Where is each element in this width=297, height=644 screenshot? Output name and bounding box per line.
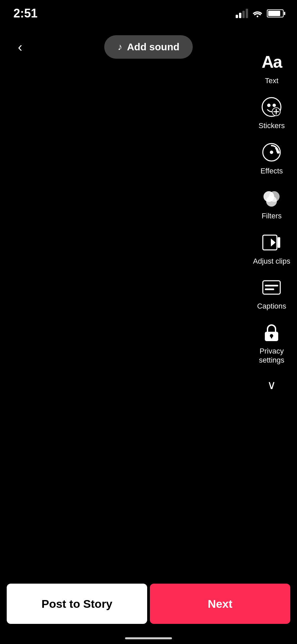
- more-tools-button[interactable]: ∨: [267, 375, 276, 392]
- header: ‹ ♪ Add sound: [0, 27, 297, 67]
- captions-tool-label: Captions: [257, 302, 286, 311]
- privacy-settings-icon: [260, 321, 283, 344]
- signal-icon: [236, 9, 248, 18]
- right-sidebar: Aa Text Stickers: [253, 50, 290, 392]
- battery-icon: [267, 9, 284, 17]
- home-indicator: [125, 637, 172, 639]
- svg-rect-16: [263, 281, 280, 294]
- next-button[interactable]: Next: [150, 584, 290, 624]
- svg-point-3: [273, 104, 276, 107]
- chevron-down-icon: ∨: [267, 378, 276, 392]
- filters-icon: [260, 185, 283, 209]
- effects-tool[interactable]: Effects: [260, 141, 283, 175]
- status-icons: [236, 9, 284, 18]
- add-sound-label: Add sound: [127, 41, 180, 53]
- adjust-clips-tool[interactable]: Adjust clips: [253, 231, 290, 266]
- music-note-icon: ♪: [118, 42, 122, 52]
- filters-tool[interactable]: Filters: [260, 185, 283, 220]
- privacy-settings-tool-label: Privacysettings: [259, 347, 284, 365]
- svg-point-2: [267, 104, 271, 107]
- adjust-clips-tool-label: Adjust clips: [253, 257, 290, 266]
- text-tool-label: Text: [265, 76, 278, 85]
- bottom-buttons: Post to Story Next: [0, 584, 297, 624]
- captions-tool[interactable]: Captions: [257, 276, 286, 311]
- stickers-tool-label: Stickers: [258, 121, 285, 130]
- stickers-tool[interactable]: Stickers: [258, 95, 285, 130]
- back-icon: ‹: [18, 40, 22, 55]
- svg-point-12: [266, 196, 277, 207]
- svg-rect-18: [265, 288, 274, 290]
- text-tool-icon: Aa: [260, 50, 283, 74]
- status-time: 2:51: [13, 6, 38, 20]
- svg-rect-15: [278, 237, 280, 248]
- svg-point-0: [257, 16, 258, 17]
- effects-icon: [260, 141, 283, 164]
- effects-tool-label: Effects: [260, 167, 283, 175]
- privacy-settings-tool[interactable]: Privacysettings: [259, 321, 284, 365]
- add-sound-button[interactable]: ♪ Add sound: [104, 35, 193, 59]
- back-button[interactable]: ‹: [10, 37, 30, 57]
- filters-tool-label: Filters: [261, 212, 282, 220]
- captions-icon: [260, 276, 283, 299]
- adjust-clips-icon: [260, 231, 283, 254]
- status-bar: 2:51: [0, 0, 297, 27]
- post-to-story-button[interactable]: Post to Story: [7, 584, 147, 624]
- svg-rect-21: [271, 336, 272, 338]
- text-tool[interactable]: Aa Text: [260, 50, 283, 85]
- svg-marker-14: [271, 238, 276, 247]
- stickers-icon: [260, 95, 283, 119]
- wifi-icon: [252, 9, 263, 17]
- svg-rect-17: [265, 285, 278, 286]
- svg-point-9: [270, 151, 273, 154]
